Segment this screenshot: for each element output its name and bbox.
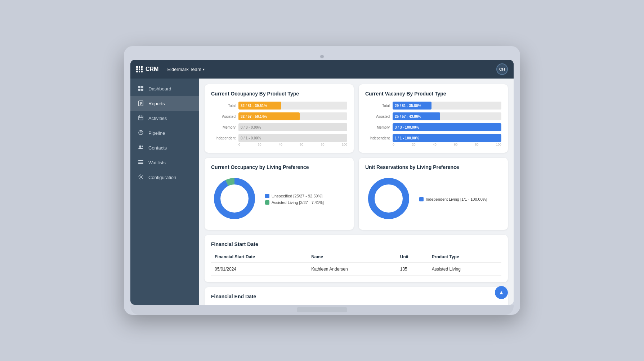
waitlists-icon [138, 159, 144, 166]
team-selector[interactable]: Eldermark Team ▾ [167, 67, 204, 72]
occupancy-donut-legend: Unspecified [25/27 - 92.59%] Assisted Li… [265, 194, 324, 205]
bar-label-memory: Memory [211, 125, 236, 129]
sidebar-label-waitlists: Waitlists [148, 160, 166, 165]
contacts-icon [138, 144, 144, 151]
financial-start-thead: Financial Start Date Name Unit Product T… [211, 251, 501, 263]
financial-end-title: Financial End Date [211, 294, 501, 299]
svg-rect-17 [138, 160, 143, 161]
occupancy-bar-chart: Total 32 / 81 - 39.51% Assisted 32 [211, 102, 347, 142]
col-product-type: Product Type [428, 251, 501, 263]
svg-rect-19 [138, 163, 143, 164]
bar-row-total: Total 32 / 81 - 39.51% [211, 102, 347, 110]
bar-axis-occupancy: 0 20 40 60 80 100 [211, 143, 347, 146]
bar-track-total: 32 / 81 - 39.51% [238, 102, 347, 110]
vbar-fill-memory: 3 / 3 - 100.00% [393, 123, 501, 131]
team-name: Eldermark Team [167, 67, 201, 72]
vbar-fill-independent: 1 / 1 - 100.00% [393, 134, 501, 142]
bar-fill-assisted: 32 / 57 - 56.14% [238, 112, 300, 120]
vbar-fill-assisted: 25 / 57 - 43.86% [393, 112, 440, 120]
vbar-track-assisted: 25 / 57 - 43.86% [393, 112, 501, 120]
bar-fill-total: 32 / 81 - 39.51% [238, 102, 281, 110]
svg-point-24 [224, 188, 245, 209]
svg-point-15 [139, 146, 141, 147]
financial-start-header-row: Financial Start Date Name Unit Product T… [211, 251, 501, 263]
reservation-donut-legend: Independent Living [1/1 - 100.00%] [419, 197, 487, 201]
sidebar-label-pipeline: Pipeline [148, 130, 165, 136]
sidebar-item-reports[interactable]: Reports [130, 96, 199, 111]
sidebar-item-activities[interactable]: Activities [130, 111, 199, 126]
vbar-label-independent: Independent [365, 136, 390, 140]
vacancy-bar-chart: Total 29 / 81 - 35.80% Assisted 25 [365, 102, 501, 142]
bar-label-independent: Independent [211, 136, 236, 140]
vbar-row-assisted: Assisted 25 / 57 - 43.86% [365, 112, 501, 120]
svg-point-26 [378, 188, 399, 209]
avatar[interactable]: CH [496, 63, 508, 75]
dashboard-icon [138, 85, 144, 92]
cell-product: Assisted Living [428, 263, 501, 276]
sidebar-item-dashboard[interactable]: Dashboard [130, 81, 199, 96]
grid-icon [136, 66, 143, 72]
reservation-donut-inner: Independent Living [1/1 - 100.00%] [365, 175, 501, 223]
occupancy-donut-title: Current Occupancy by Living Preference [211, 164, 347, 170]
cell-date: 05/01/2024 [211, 263, 308, 276]
vbar-row-total: Total 29 / 81 - 35.80% [365, 102, 501, 110]
occupancy-donut-inner: Unspecified [25/27 - 92.59%] Assisted Li… [211, 175, 347, 223]
bar-fill-independent: 0 / 1 - 0.00% [238, 134, 347, 142]
swatch-assisted-living [265, 200, 269, 205]
bar-fill-memory: 0 / 3 - 0.00% [238, 123, 347, 131]
bar-row-memory: Memory 0 / 3 - 0.00% [211, 123, 347, 131]
topbar: CRM Eldermark Team ▾ CH [130, 60, 514, 79]
svg-rect-2 [138, 89, 140, 91]
bar-axis-vacancy: 0 20 40 60 80 100 [365, 143, 501, 146]
bar-track-assisted: 32 / 57 - 56.14% [238, 112, 347, 120]
sidebar-label-contacts: Contacts [148, 145, 167, 151]
sidebar: Dashboard Reports Activities [130, 79, 199, 305]
sidebar-label-reports: Reports [148, 101, 165, 106]
up-arrow-icon: ▲ [498, 289, 504, 296]
bar-label-total: Total [211, 104, 236, 108]
sidebar-item-contacts[interactable]: Contacts [130, 141, 199, 155]
activities-icon [138, 115, 144, 122]
sidebar-item-configuration[interactable]: Configuration [130, 170, 199, 185]
swatch-unspecified [265, 194, 269, 198]
bar-charts-row: Current Occupancy By Product Type Total … [205, 84, 508, 153]
svg-point-20 [140, 176, 142, 178]
svg-rect-1 [141, 86, 143, 88]
cell-unit: 135 [397, 263, 428, 276]
swatch-independent-living [419, 197, 424, 201]
legend-unspecified: Unspecified [25/27 - 92.59%] [265, 194, 324, 198]
table-row: 05/01/2024 Kathleen Andersen 135 Assiste… [211, 263, 501, 276]
vacancy-bar-title: Current Vacancy By Product Type [365, 91, 501, 97]
col-financial-start-date: Financial Start Date [211, 251, 308, 263]
vbar-track-total: 29 / 81 - 35.80% [393, 102, 501, 110]
legend-label-unspecified: Unspecified [25/27 - 92.59%] [272, 194, 322, 198]
scroll-to-top-button[interactable]: ▲ [495, 286, 508, 299]
sidebar-label-dashboard: Dashboard [148, 86, 171, 92]
occupancy-bar-card: Current Occupancy By Product Type Total … [205, 84, 354, 153]
svg-point-16 [142, 146, 143, 147]
vbar-track-memory: 3 / 3 - 100.00% [393, 123, 501, 131]
vbar-label-total: Total [365, 104, 390, 108]
reservation-donut-svg [365, 175, 412, 222]
bar-track-memory: 0 / 3 - 0.00% [238, 123, 347, 131]
vbar-row-independent: Independent 1 / 1 - 100.00% [365, 134, 501, 142]
occupancy-donut-svg-wrap [211, 175, 258, 223]
financial-start-tbody: 05/01/2024 Kathleen Andersen 135 Assiste… [211, 263, 501, 276]
bar-row-assisted: Assisted 32 / 57 - 56.14% [211, 112, 347, 120]
vacancy-bar-card: Current Vacancy By Product Type Total 29… [359, 84, 508, 153]
vbar-row-memory: Memory 3 / 3 - 100.00% [365, 123, 501, 131]
sidebar-item-pipeline[interactable]: Pipeline [130, 126, 199, 141]
vbar-label-assisted: Assisted [365, 115, 390, 119]
legend-independent-living: Independent Living [1/1 - 100.00%] [419, 197, 487, 201]
occupancy-bar-title: Current Occupancy By Product Type [211, 91, 347, 97]
svg-rect-0 [138, 86, 140, 88]
col-unit: Unit [397, 251, 428, 263]
app-title: CRM [146, 66, 158, 72]
sidebar-item-waitlists[interactable]: Waitlists [130, 155, 199, 170]
svg-rect-3 [141, 89, 143, 91]
app-logo: CRM [136, 66, 158, 72]
bar-track-independent: 0 / 1 - 0.00% [238, 134, 347, 142]
svg-rect-8 [139, 116, 143, 120]
financial-end-card: Financial End Date [205, 287, 508, 305]
reservation-donut-svg-wrap [365, 175, 412, 223]
